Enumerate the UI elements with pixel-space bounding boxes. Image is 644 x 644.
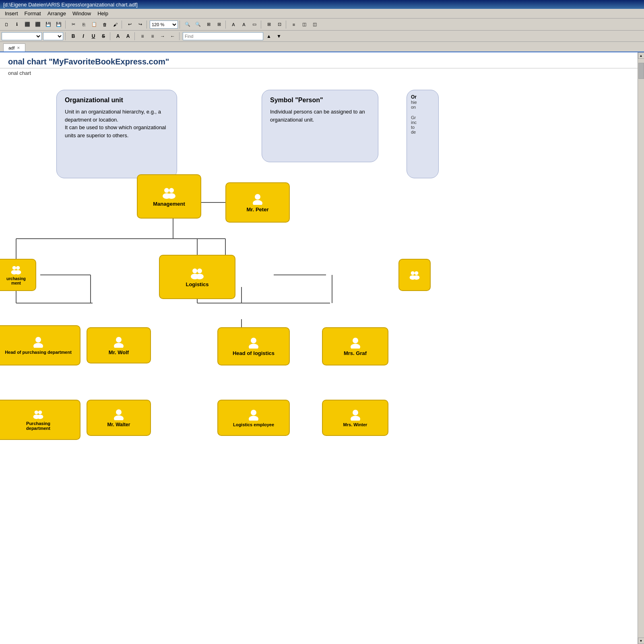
- svg-point-38: [116, 337, 122, 343]
- right-partial-node[interactable]: [398, 259, 431, 291]
- tb-btn5[interactable]: ◫: [310, 20, 320, 29]
- italic-btn[interactable]: I: [79, 32, 88, 40]
- head-purchasing-node[interactable]: Head of purchasing department: [0, 325, 80, 365]
- menu-insert[interactable]: Insert: [2, 10, 21, 17]
- scroll-track[interactable]: [638, 59, 644, 638]
- purchasing-dept2-node[interactable]: Purchasingdepartment: [0, 400, 80, 440]
- sep5: [225, 21, 227, 29]
- scroll-up-btn[interactable]: ▲: [638, 52, 644, 59]
- tb-btn1[interactable]: ⬛: [23, 20, 32, 29]
- tab-close-icon[interactable]: ✕: [17, 46, 20, 50]
- svg-point-35: [413, 275, 420, 280]
- underline-btn[interactable]: U: [89, 32, 98, 40]
- align-btn[interactable]: ≡: [289, 20, 299, 29]
- outdent-btn[interactable]: ←: [168, 32, 177, 40]
- svg-point-29: [197, 268, 202, 273]
- svg-point-53: [351, 416, 360, 421]
- menu-window[interactable]: Window: [69, 10, 94, 17]
- highlight-btn[interactable]: A: [124, 32, 132, 40]
- sep2: [122, 21, 123, 29]
- font-btn[interactable]: A: [229, 20, 238, 29]
- find-next-btn[interactable]: ▼: [275, 32, 283, 40]
- tb-btn3[interactable]: ⊡: [275, 20, 284, 29]
- menu-arrange[interactable]: Arrange: [44, 10, 69, 17]
- purchasing-group-icon: [10, 265, 22, 275]
- table-btn[interactable]: ⊞: [264, 20, 274, 29]
- mr-wolf-label: Mr. Wolf: [109, 349, 129, 355]
- chart-title-text: onal chart "MyFavoriteBookExpress.com": [8, 57, 169, 66]
- grid2-btn[interactable]: ⊞: [214, 20, 224, 29]
- save2-btn[interactable]: 💾: [54, 20, 64, 29]
- scroll-down-btn[interactable]: ▼: [638, 638, 644, 644]
- main-area: onal chart "MyFavoriteBookExpress.com" o…: [0, 52, 644, 644]
- svg-point-47: [37, 415, 43, 419]
- sep7: [286, 21, 287, 29]
- logistics-label: Logistics: [186, 281, 208, 287]
- right-scrollbar[interactable]: ▲ ▼: [638, 52, 644, 644]
- find-input[interactable]: [183, 32, 263, 40]
- paste-btn[interactable]: 📋: [89, 20, 99, 29]
- zoom-in-btn[interactable]: 🔍: [183, 20, 192, 29]
- tab-adf[interactable]: adf ✕: [3, 43, 25, 52]
- strike-btn[interactable]: S: [99, 32, 108, 40]
- svg-point-18: [164, 188, 169, 193]
- brush-btn[interactable]: 🖌: [110, 20, 120, 29]
- scroll-thumb[interactable]: [638, 63, 644, 79]
- canvas-area[interactable]: onal chart "MyFavoriteBookExpress.com" o…: [0, 52, 638, 644]
- mrs-graf-label: Mrs. Graf: [344, 350, 367, 356]
- menu-bar: Insert Format Arrange Window Help: [0, 9, 644, 19]
- org-chart: Organizational unit Unit in an organizat…: [0, 78, 638, 637]
- copy-btn[interactable]: ⎘: [79, 20, 89, 29]
- tb-btn2[interactable]: ⬛: [33, 20, 43, 29]
- menu-help[interactable]: Help: [94, 10, 111, 17]
- management-node[interactable]: Management: [137, 174, 201, 219]
- svg-point-23: [253, 200, 262, 205]
- mr-wolf-person-icon: [113, 336, 124, 348]
- bold-btn[interactable]: B: [69, 32, 78, 40]
- sep9: [110, 32, 111, 40]
- info-btn[interactable]: ℹ: [12, 20, 22, 29]
- zoom-out-btn[interactable]: 🔍: [193, 20, 203, 29]
- bullet-list-btn[interactable]: ≡: [138, 32, 147, 40]
- svg-point-33: [415, 271, 418, 275]
- head-purchasing-label: Head of purchasing department: [5, 349, 72, 355]
- management-group-icon: [162, 187, 176, 199]
- delete-btn[interactable]: 🗑: [100, 20, 109, 29]
- right-partial-group-icon: [409, 270, 420, 280]
- redo-btn[interactable]: ↪: [135, 20, 145, 29]
- find-prev-btn[interactable]: ▲: [264, 32, 273, 40]
- rect-btn[interactable]: ▭: [250, 20, 259, 29]
- logistics-employee-label: Logistics employee: [233, 422, 274, 427]
- title-bar: [d:\Eigene Dateien\ARIS Express\organiza…: [0, 0, 644, 9]
- menu-format[interactable]: Format: [21, 10, 44, 17]
- grid-btn[interactable]: ⊞: [204, 20, 213, 29]
- mr-wolf-node[interactable]: Mr. Wolf: [87, 327, 151, 363]
- cut-btn[interactable]: ✂: [68, 20, 78, 29]
- indent-btn[interactable]: →: [158, 32, 167, 40]
- zoom-select[interactable]: 120 %: [150, 21, 178, 29]
- svg-point-22: [255, 194, 260, 200]
- num-list-btn[interactable]: ≡: [148, 32, 157, 40]
- sep4: [180, 21, 181, 29]
- svg-point-51: [249, 416, 258, 421]
- undo-btn[interactable]: ↩: [125, 20, 134, 29]
- mrs-graf-node[interactable]: Mrs. Graf: [322, 327, 388, 365]
- tb-btn4[interactable]: ◫: [299, 20, 309, 29]
- mr-walter-node[interactable]: Mr. Walter: [87, 400, 151, 436]
- purchasing-dept-top-node[interactable]: urchasingment: [0, 259, 36, 291]
- save-btn[interactable]: 💾: [43, 20, 53, 29]
- mr-walter-label: Mr. Walter: [107, 422, 130, 427]
- mr-peter-node[interactable]: Mr. Peter: [225, 182, 290, 223]
- logistics-employee-node[interactable]: Logistics employee: [217, 400, 290, 436]
- sep1: [65, 21, 67, 29]
- head-logistics-node[interactable]: Head of logistics: [217, 327, 290, 365]
- font-family-select[interactable]: [2, 32, 42, 40]
- font2-btn[interactable]: A: [239, 20, 249, 29]
- new-btn[interactable]: 🗋: [2, 20, 11, 29]
- mrs-winter-node[interactable]: Mrs. Winter: [322, 400, 388, 436]
- logistics-node[interactable]: Logistics: [159, 255, 235, 299]
- svg-point-24: [12, 266, 16, 270]
- font-size-select[interactable]: [43, 32, 63, 40]
- sep10: [134, 32, 136, 40]
- font-color-btn[interactable]: A: [114, 32, 122, 40]
